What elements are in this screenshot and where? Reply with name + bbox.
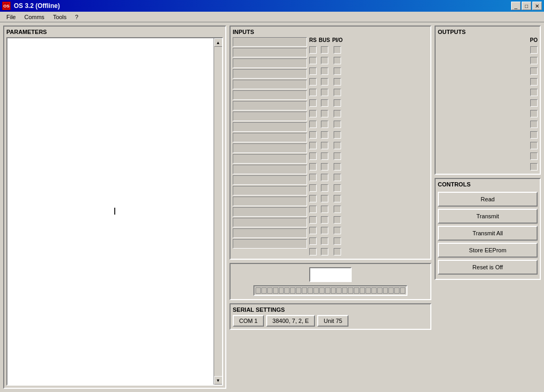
scroll-down-button[interactable]: ▼ (214, 376, 223, 385)
pio-cb-14[interactable] (334, 184, 341, 192)
bus-cb-20[interactable] (321, 248, 328, 255)
pio-cb-4[interactable] (334, 78, 341, 86)
bus-cb-2[interactable] (321, 57, 328, 64)
rs-cb-5[interactable] (309, 89, 317, 96)
minimize-button[interactable]: _ (511, 2, 521, 10)
po-cb-2[interactable] (530, 57, 538, 64)
menu-comms[interactable]: Comms (20, 13, 49, 21)
rs-cb-16[interactable] (309, 206, 317, 213)
bus-cb-18[interactable] (321, 227, 328, 234)
pio-cb-11[interactable] (334, 152, 341, 160)
pio-cb-19[interactable] (334, 237, 341, 245)
rs-cb-12[interactable] (309, 163, 317, 171)
pio-cb-1[interactable] (334, 46, 341, 54)
po-cb-3[interactable] (530, 67, 538, 75)
pio-cb-7[interactable] (334, 110, 341, 117)
bus-cb-16[interactable] (321, 206, 328, 213)
menu-tools[interactable]: Tools (49, 13, 71, 21)
pio-cb-20[interactable] (334, 248, 341, 255)
store-eeprom-button[interactable]: Store EEProm (438, 243, 538, 258)
unit-button[interactable]: Unit 75 (317, 315, 348, 327)
po-cb-7[interactable] (530, 110, 538, 117)
rs-cb-19[interactable] (309, 237, 317, 245)
bus-cb-6[interactable] (321, 99, 328, 107)
rs-cb-6[interactable] (309, 99, 317, 107)
pio-cb-17[interactable] (334, 216, 341, 224)
bus-cb-19[interactable] (321, 237, 328, 245)
close-button[interactable]: ✕ (532, 2, 542, 10)
pio-cb-15[interactable] (334, 195, 341, 202)
pio-cb-10[interactable] (334, 142, 341, 149)
bus-cb-12[interactable] (321, 163, 328, 171)
rs-cb-18[interactable] (309, 227, 317, 234)
rs-cb-9[interactable] (309, 131, 317, 139)
inputs-panel: INPUTS (230, 25, 431, 260)
rs-cb-13[interactable] (309, 174, 317, 181)
po-cb-12[interactable] (530, 163, 538, 171)
po-cb-5[interactable] (530, 89, 538, 96)
com-port-button[interactable]: COM 1 (233, 315, 264, 327)
bus-cb-17[interactable] (321, 216, 328, 224)
bus-cb-10[interactable] (321, 142, 328, 149)
window-controls[interactable]: _ □ ✕ (511, 2, 542, 10)
transmit-all-button[interactable]: Transmit All (438, 226, 538, 241)
po-cb-11[interactable] (530, 152, 538, 160)
po-cb-6[interactable] (530, 99, 538, 107)
rs-cb-1[interactable] (309, 46, 317, 54)
pio-cb-13[interactable] (334, 174, 341, 181)
parameters-content[interactable]: ▲ ▼ I (6, 37, 223, 386)
read-button[interactable]: Read (438, 192, 538, 207)
po-cb-4[interactable] (530, 78, 538, 86)
pio-cb-16[interactable] (334, 206, 341, 213)
bus-cb-11[interactable] (321, 152, 328, 160)
scroll-up-button[interactable]: ▲ (214, 38, 223, 47)
input-bar-7 (233, 101, 307, 110)
rs-cb-15[interactable] (309, 195, 317, 202)
bus-cb-8[interactable] (321, 121, 328, 128)
menu-help[interactable]: ? (71, 13, 82, 21)
rs-cb-7[interactable] (309, 110, 317, 117)
po-cb-8[interactable] (530, 121, 538, 128)
po-column: PO (530, 37, 538, 172)
po-cb-10[interactable] (530, 142, 538, 149)
reset-is-off-button[interactable]: Reset is Off (438, 260, 538, 275)
pio-cb-2[interactable] (334, 57, 341, 64)
bus-cb-9[interactable] (321, 131, 328, 139)
rs-cb-11[interactable] (309, 152, 317, 160)
baud-rate-button[interactable]: 38400, 7, 2, E (266, 315, 316, 327)
bus-cb-15[interactable] (321, 195, 328, 202)
pio-cb-3[interactable] (334, 67, 341, 75)
rs-header: RS (309, 37, 317, 43)
rs-cb-10[interactable] (309, 142, 317, 149)
pio-cb-6[interactable] (334, 99, 341, 107)
inputs-title: INPUTS (233, 29, 428, 35)
rs-cb-20[interactable] (309, 248, 317, 255)
rs-cb-14[interactable] (309, 184, 317, 192)
bus-cb-13[interactable] (321, 174, 328, 181)
pio-cb-8[interactable] (334, 121, 341, 128)
po-cb-9[interactable] (530, 131, 538, 139)
rs-cb-3[interactable] (309, 67, 317, 75)
bus-cb-7[interactable] (321, 110, 328, 117)
po-cb-1[interactable] (530, 46, 538, 54)
seg-24 (388, 287, 394, 294)
parameters-scrollbar[interactable]: ▲ ▼ (214, 38, 222, 385)
pio-cb-9[interactable] (334, 131, 341, 139)
rs-cb-2[interactable] (309, 57, 317, 64)
menu-file[interactable]: File (2, 13, 20, 21)
bus-cb-5[interactable] (321, 89, 328, 96)
pio-cb-18[interactable] (334, 227, 341, 234)
input-bar-8 (233, 112, 307, 121)
pio-cb-12[interactable] (334, 163, 341, 171)
rs-cb-17[interactable] (309, 216, 317, 224)
bus-cb-4[interactable] (321, 78, 328, 86)
bus-cb-3[interactable] (321, 67, 328, 75)
maximize-button[interactable]: □ (522, 2, 531, 10)
rs-cb-4[interactable] (309, 78, 317, 86)
center-panel: INPUTS (230, 25, 431, 389)
pio-cb-5[interactable] (334, 89, 341, 96)
bus-cb-1[interactable] (321, 46, 328, 54)
bus-cb-14[interactable] (321, 184, 328, 192)
transmit-button[interactable]: Transmit (438, 209, 538, 224)
rs-cb-8[interactable] (309, 121, 317, 128)
